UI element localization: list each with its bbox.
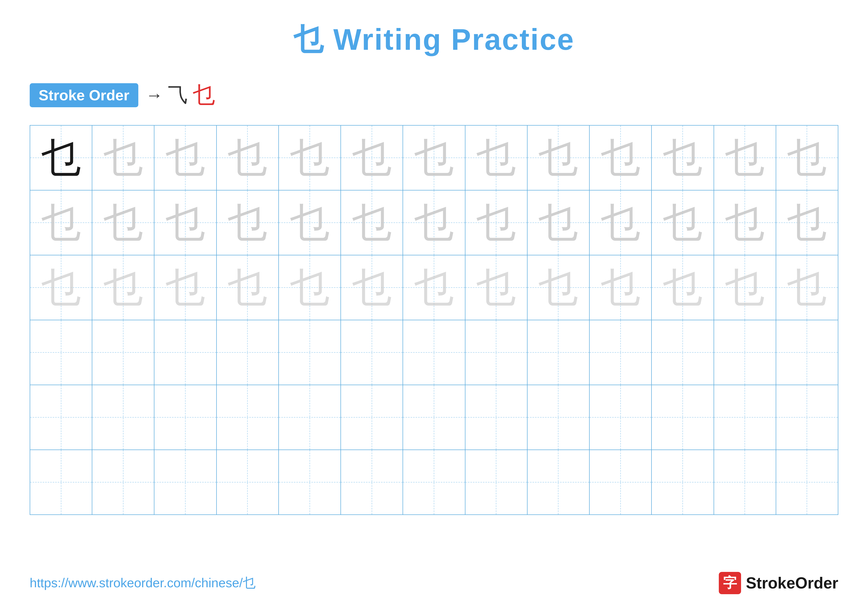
grid-cell[interactable] xyxy=(776,320,838,385)
grid-cell[interactable] xyxy=(714,450,776,515)
grid-cell[interactable] xyxy=(92,450,154,515)
grid-cell: 乜 xyxy=(154,255,217,320)
grid-cell: 乜 xyxy=(714,190,776,255)
grid-cell[interactable] xyxy=(92,385,154,449)
footer-logo: 字 StrokeOrder xyxy=(719,572,838,594)
grid-cell[interactable] xyxy=(279,450,341,515)
grid-cell: 乜 xyxy=(279,126,341,190)
practice-char: 乜 xyxy=(104,268,143,307)
logo-icon: 字 xyxy=(719,572,741,594)
grid-cell: 乜 xyxy=(465,255,527,320)
grid-cell: 乜 xyxy=(279,190,341,255)
practice-char: 乜 xyxy=(228,203,267,242)
grid-cell: 乜 xyxy=(154,190,217,255)
grid-cell: 乜 xyxy=(590,190,652,255)
grid-cell[interactable] xyxy=(403,385,465,449)
grid-cell[interactable] xyxy=(154,320,217,385)
grid-cell[interactable] xyxy=(527,320,590,385)
grid-cell: 乜 xyxy=(92,126,154,190)
grid-cell[interactable] xyxy=(92,320,154,385)
practice-char: 乜 xyxy=(787,268,827,307)
grid-cell[interactable] xyxy=(217,450,279,515)
grid-row-3: 乜 乜 乜 乜 乜 乜 乜 乜 乜 xyxy=(30,255,838,320)
stroke-order-badge: Stroke Order xyxy=(30,83,138,107)
grid-cell: 乜 xyxy=(154,126,217,190)
grid-cell[interactable] xyxy=(154,450,217,515)
grid-cell: 乜 xyxy=(465,190,527,255)
practice-char: 乜 xyxy=(104,203,143,242)
grid-cell[interactable] xyxy=(714,320,776,385)
practice-char: 乜 xyxy=(414,268,454,307)
grid-cell: 乜 xyxy=(590,255,652,320)
practice-char: 乜 xyxy=(663,138,702,177)
grid-cell[interactable] xyxy=(30,385,92,449)
grid-cell: 乜 xyxy=(776,190,838,255)
grid-cell[interactable] xyxy=(341,450,403,515)
grid-cell[interactable] xyxy=(154,385,217,449)
grid-cell: 乜 xyxy=(403,126,465,190)
practice-char: 乜 xyxy=(166,268,205,307)
practice-char: 乜 xyxy=(166,138,205,177)
grid-cell[interactable] xyxy=(30,320,92,385)
title-char: 乜 xyxy=(293,23,324,56)
grid-row-6 xyxy=(30,450,838,515)
practice-char: 乜 xyxy=(414,138,454,177)
stroke-order-char2: 乜 xyxy=(193,80,215,110)
grid-cell[interactable] xyxy=(776,450,838,515)
grid-cell[interactable] xyxy=(30,450,92,515)
grid-cell[interactable] xyxy=(652,320,714,385)
grid-cell[interactable] xyxy=(527,385,590,449)
grid-cell[interactable] xyxy=(465,320,527,385)
grid-cell[interactable] xyxy=(217,320,279,385)
grid-cell[interactable] xyxy=(652,450,714,515)
grid-cell: 乜 xyxy=(465,126,527,190)
footer: https://www.strokeorder.com/chinese/乜 字 … xyxy=(30,572,838,594)
grid-cell[interactable] xyxy=(590,385,652,449)
practice-char: 乜 xyxy=(166,203,205,242)
grid-cell: 乜 xyxy=(30,126,92,190)
practice-char: 乜 xyxy=(352,203,392,242)
grid-cell: 乜 xyxy=(776,255,838,320)
practice-char: 乜 xyxy=(41,138,81,177)
grid-cell[interactable] xyxy=(341,385,403,449)
grid-cell[interactable] xyxy=(590,450,652,515)
grid-cell: 乜 xyxy=(590,126,652,190)
grid-cell[interactable] xyxy=(403,450,465,515)
grid-cell: 乜 xyxy=(652,190,714,255)
practice-char: 乜 xyxy=(538,268,578,307)
grid-cell[interactable] xyxy=(217,385,279,449)
practice-char: 乜 xyxy=(663,268,702,307)
grid-cell: 乜 xyxy=(341,190,403,255)
grid-cell[interactable] xyxy=(714,385,776,449)
grid-cell[interactable] xyxy=(465,450,527,515)
page: 乜 Writing Practice Stroke Order → ⺄ 乜 乜 … xyxy=(0,0,868,614)
stroke-arrow: → xyxy=(146,85,163,105)
practice-char: 乜 xyxy=(476,138,516,177)
practice-char: 乜 xyxy=(538,138,578,177)
grid-cell: 乜 xyxy=(652,126,714,190)
practice-char: 乜 xyxy=(228,268,267,307)
practice-char: 乜 xyxy=(787,203,827,242)
footer-url[interactable]: https://www.strokeorder.com/chinese/乜 xyxy=(30,574,256,592)
practice-char: 乜 xyxy=(725,268,764,307)
stroke-order-char1: ⺄ xyxy=(168,82,188,109)
grid-cell: 乜 xyxy=(776,126,838,190)
grid-cell[interactable] xyxy=(652,385,714,449)
grid-cell[interactable] xyxy=(590,320,652,385)
grid-cell: 乜 xyxy=(92,190,154,255)
grid-cell[interactable] xyxy=(465,385,527,449)
grid-cell[interactable] xyxy=(279,320,341,385)
grid-cell[interactable] xyxy=(527,450,590,515)
grid-cell: 乜 xyxy=(714,255,776,320)
grid-cell: 乜 xyxy=(403,190,465,255)
grid-cell[interactable] xyxy=(403,320,465,385)
grid-row-5 xyxy=(30,385,838,450)
practice-char: 乜 xyxy=(787,138,827,177)
grid-cell[interactable] xyxy=(341,320,403,385)
grid-row-2: 乜 乜 乜 乜 乜 乜 乜 乜 乜 xyxy=(30,190,838,255)
practice-char: 乜 xyxy=(352,268,392,307)
practice-char: 乜 xyxy=(663,203,702,242)
grid-cell[interactable] xyxy=(279,385,341,449)
grid-cell[interactable] xyxy=(776,385,838,449)
grid-cell: 乜 xyxy=(217,190,279,255)
